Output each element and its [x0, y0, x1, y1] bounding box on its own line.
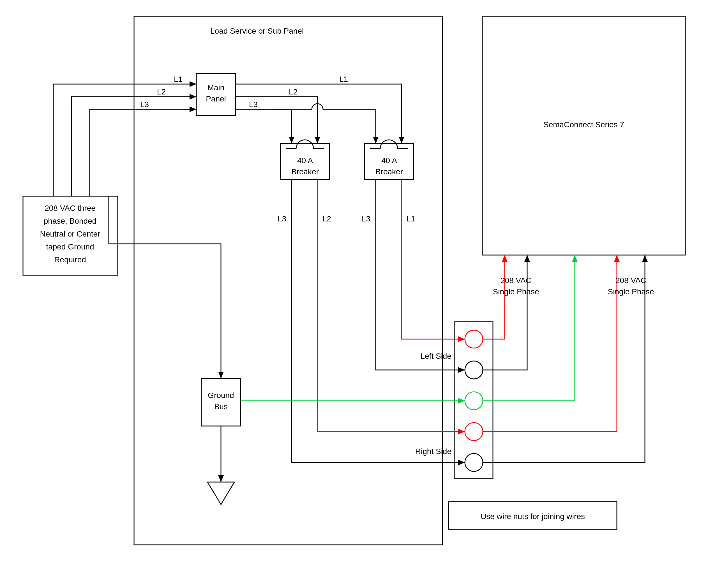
lbl-L1-top: L1: [339, 75, 348, 84]
lbl-b1-right: L2: [323, 214, 331, 223]
wire-L3-b2: [272, 104, 376, 144]
wire-b2-L1: [402, 180, 465, 339]
arrow-L2-in: [189, 94, 196, 100]
terminal-4-red: [465, 423, 483, 441]
arrow-b2-L3: [458, 367, 465, 373]
lbl-L2-top: L2: [289, 87, 298, 96]
wire-L3-in: [90, 109, 196, 196]
arrow-t2: [524, 255, 530, 262]
lbl-L3-top: L3: [249, 100, 258, 109]
charger-box: [482, 16, 685, 255]
groundbus-l2: Bus: [214, 402, 228, 411]
earth-symbol: [207, 482, 234, 504]
subpanel-box: [134, 16, 443, 545]
lbl-L3-in: L3: [140, 100, 149, 109]
wire-b2-L3: [376, 180, 465, 370]
lbl-L2-in: L2: [157, 87, 166, 96]
terminal-2-blk: [465, 361, 483, 379]
wire-L1-top: [236, 84, 402, 144]
breaker1-l1: 40 A: [297, 156, 313, 165]
arrow-b1-L2: [458, 429, 465, 435]
supply-l4: taped Ground: [46, 243, 94, 251]
wire-t1-chg: [483, 255, 505, 339]
wire-supply-gnd: [109, 244, 221, 378]
charger-title: SemaConnect Series 7: [544, 120, 624, 129]
arrow-t1: [502, 255, 508, 262]
breaker2-l2: Breaker: [375, 167, 403, 176]
lbl-b2-right: L1: [407, 214, 415, 223]
wirenuts-text: Use wire nuts for joining wires: [481, 512, 585, 521]
lbl-b2-left: L3: [362, 214, 370, 223]
supply-l5: Required: [54, 255, 86, 264]
lbl-b1-left: L3: [278, 214, 286, 223]
arrow-t5: [642, 255, 648, 262]
terminal-5-blk: [465, 454, 483, 471]
sp1-l: Single Phase: [493, 287, 539, 296]
lbl-L1-in: L1: [174, 75, 183, 84]
wiring-diagram: Load Service or Sub Panel 208 VAC three …: [0, 0, 715, 588]
arrow-earth: [218, 475, 224, 482]
mainpanel-l2: Panel: [206, 94, 226, 103]
rightside-label: Right Side: [415, 447, 451, 456]
arrow-L3-in: [189, 106, 196, 112]
sp2-l: Single Phase: [608, 287, 654, 296]
supply-l3: Neutral or Center: [40, 230, 100, 238]
arrow-b1-L3: [458, 460, 465, 465]
supply-l2: phase, Bonded: [44, 217, 97, 225]
groundbus-l1: Ground: [208, 391, 234, 400]
wire-L2-top: [236, 97, 318, 144]
wire-L1-in: [53, 84, 196, 196]
breaker1-l2: Breaker: [291, 167, 319, 176]
arrow-t4: [614, 255, 620, 262]
mainpanel-l1: Main: [207, 83, 225, 92]
arrow-L3-b1: [289, 137, 294, 144]
breaker2-l1: 40 A: [381, 156, 397, 165]
terminal-3-grn: [465, 392, 483, 410]
arrow-L3-b2: [373, 137, 379, 144]
vac1-l: 208 VAC: [500, 276, 531, 285]
arrow-gnd-term: [458, 398, 465, 404]
arrow-t3: [572, 255, 578, 262]
wire-L3-b1: [236, 109, 292, 144]
arrow-L1-top: [399, 137, 404, 144]
terminal-1-red: [465, 330, 483, 348]
leftside-label: Left Side: [420, 352, 451, 360]
arrow-gnd: [218, 372, 224, 378]
arrow-L1-in: [189, 81, 196, 87]
subpanel-title: Load Service or Sub Panel: [210, 27, 304, 35]
arrow-b2-L1: [458, 336, 465, 342]
supply-l1: 208 VAC three: [45, 204, 96, 212]
vac2-l: 208 VAC: [615, 276, 646, 285]
arrow-L2-top: [314, 137, 320, 144]
